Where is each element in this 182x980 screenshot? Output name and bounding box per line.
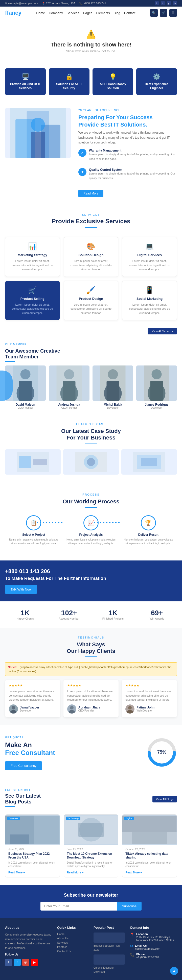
footer-link-services[interactable]: Services	[57, 941, 88, 944]
footer-link-contact[interactable]: Contact Us	[57, 950, 88, 953]
footer-grid: About us Completely synergize resource t…	[5, 926, 177, 976]
blog-post-3-category: Digital	[125, 816, 134, 820]
services-title: Provide Exclusive Services	[5, 218, 177, 225]
case-item-3[interactable]	[121, 449, 177, 475]
blog-post-1-read-more[interactable]: Read More +	[8, 871, 25, 874]
service-selling[interactable]: 🛒 Product Selling Lorem ipsum dolor sit …	[5, 281, 60, 321]
reviewer-3: Fatima John Web Designer	[125, 705, 173, 714]
hero-alert-section: ⚠️ There is nothing to show here! Slider…	[0, 19, 182, 63]
step-1-desc: Nemo enim ipsam voluptatem quia voluptas…	[5, 538, 62, 545]
team-member-2-role: CEO/Founder	[49, 406, 89, 409]
location-icon: 📍	[130, 932, 134, 942]
blog-post-2-read-more[interactable]: Read More +	[67, 871, 84, 874]
top-service-2[interactable]: 🔒 Solution For All IT Security	[49, 68, 89, 95]
blog-post-3[interactable]: Digital October 22, 2022 Tiktok Already …	[122, 814, 177, 877]
nav-pages[interactable]: Pages	[83, 11, 93, 15]
search-button[interactable]: 🔍	[150, 9, 158, 17]
process-underline	[85, 507, 97, 508]
linkedin-icon[interactable]: in	[173, 1, 177, 5]
footer-link-home[interactable]: Home	[57, 932, 88, 935]
footer-twitter-icon[interactable]: t	[14, 959, 21, 966]
security-icon: 🔒	[52, 73, 86, 80]
menu-button[interactable]: ☰	[169, 9, 177, 17]
footer-facebook-icon[interactable]: f	[5, 959, 12, 966]
service-product-design[interactable]: 🖌️ Product Design Lorem ipsum dolor sit …	[64, 281, 118, 321]
case-item-1[interactable]	[5, 449, 61, 475]
footer-follow-title: Follow Us	[5, 952, 52, 957]
footer-popular-post-1[interactable]: Business Strategy Plan 2022	[94, 932, 125, 952]
nav-company[interactable]: Company	[49, 11, 63, 15]
view-all-services-button[interactable]: View All Services	[148, 328, 177, 334]
engineer-icon: ⚙️	[139, 73, 174, 80]
nav-elements[interactable]: Elements	[96, 11, 110, 15]
case-item-2[interactable]	[63, 449, 119, 475]
error-strong: Notice:	[8, 665, 17, 668]
footer-contact-col: Contact Info 📍 Location 2307 Beverley Rd…	[130, 926, 177, 976]
process-step-3: 🏆 Deliver Result Nemo enim ipsam volupta…	[120, 515, 177, 545]
twitter-icon[interactable]: t	[161, 1, 165, 5]
footer-youtube-icon[interactable]: ▶	[31, 959, 38, 966]
newsletter-title: Subscribe our newsletter	[5, 892, 177, 898]
team-member-4-name: James Rodriguz	[136, 403, 177, 406]
service-digital[interactable]: 💻 Digital Services Lorem ipsum dolor sit…	[122, 237, 177, 277]
team-member-4: James Rodriguz Developer	[136, 366, 177, 409]
service-solution-design[interactable]: 🎨 Solution Design Lorem ipsum dolor sit …	[64, 237, 118, 277]
reviewer-2-role: CEO/Founder	[78, 709, 101, 712]
team-section: OUR MEMBER Our Awesome CreativeTeam Memb…	[0, 337, 182, 414]
testimonial-1-text: Lorem ipsum dolor sit amet there are con…	[9, 689, 57, 702]
service-product-title: Product Design	[68, 297, 115, 301]
blog-post-2-desc: Digital Transformation in a recent year …	[67, 861, 115, 868]
top-service-1[interactable]: 🖥️ Provide All kind Of IT Services	[5, 68, 46, 95]
footer-popular-post-2[interactable]: Chrome Extension Download	[94, 955, 125, 974]
blog-post-3-read-more[interactable]: Read More +	[125, 871, 142, 874]
svg-point-4	[31, 118, 45, 132]
blog-post-1-image: Business	[5, 815, 60, 845]
hero-alert-title: There is nothing to show here!	[5, 41, 177, 48]
blog-post-2[interactable]: Technology June 25, 2022 The Most 10 Chr…	[64, 814, 118, 877]
google-icon[interactable]: g	[167, 1, 171, 5]
svg-rect-52	[132, 832, 167, 844]
service-social-marketing[interactable]: 📱 Social Marketing Lorem ipsum dolor sit…	[122, 281, 177, 321]
top-service-4[interactable]: ⚙️ Best Experience Engineer	[136, 68, 177, 95]
cta-button[interactable]: Talk With Now	[5, 585, 37, 594]
nav-blog[interactable]: Blog	[114, 11, 120, 15]
cart-button[interactable]: 🛒	[160, 9, 167, 17]
service-marketing[interactable]: 📊 Marketing Strategy Lorem ipsum dolor s…	[5, 237, 60, 277]
svg-point-7	[21, 369, 30, 379]
warning-icon: ⚠️	[5, 29, 177, 39]
top-bar: ✉ example@example.com 📍 232, Admin Name,…	[0, 0, 182, 6]
top-service-3[interactable]: 💡 All IT Consultancy Solution	[93, 68, 133, 95]
footer-quicklinks-list: Home About Us Services Portfolio Contact…	[57, 932, 88, 953]
about-read-more-button[interactable]: Read More	[78, 190, 104, 197]
testimonial-2: ★★★★★ Lorem ipsum dolor sit amet there a…	[64, 680, 119, 718]
footer-contact-title: Contact Info	[130, 926, 177, 929]
footer-quicklinks-title: Quick Links	[57, 926, 88, 929]
team-title: Our Awesome CreativeTeam Member	[5, 348, 177, 360]
footer-about-col: About us Completely synergize resource t…	[5, 926, 52, 976]
selling-icon: 🛒	[9, 286, 56, 294]
team-member-3-photo	[93, 366, 133, 401]
consultant-button[interactable]: Free Consultancy	[5, 761, 42, 770]
top-service-2-title: Solution For All IT Security	[52, 82, 86, 90]
reviewer-2-avatar	[67, 705, 76, 714]
view-all-blogs-button[interactable]: View All Blogs	[152, 796, 177, 802]
newsletter-subscribe-button[interactable]: Subscribe	[117, 902, 142, 910]
blog-label: LATEST ARTICLE	[5, 789, 31, 792]
newsletter-email-input[interactable]	[40, 902, 117, 910]
svg-rect-17	[107, 381, 119, 401]
consultant-text: GET QUOTE Make An Free Consultant Free C…	[5, 735, 139, 770]
site-logo[interactable]: ffancy	[5, 10, 21, 16]
blog-post-1[interactable]: Business June 25, 2022 Business Strategy…	[5, 814, 60, 877]
nav-home[interactable]: Home	[36, 11, 45, 15]
scroll-top-button[interactable]: ▲	[170, 967, 178, 975]
facebook-icon[interactable]: f	[155, 1, 159, 5]
footer-link-portfolio[interactable]: Portfolio	[57, 945, 88, 948]
blog-post-3-desc: In 2022 Lorem ipsum dolor sit amet lorem…	[125, 861, 174, 868]
nav-services[interactable]: Services	[67, 11, 79, 15]
footer-about-title: About us	[5, 926, 52, 929]
nav-contact[interactable]: Contact	[124, 11, 136, 15]
footer-link-about[interactable]: About Us	[57, 937, 88, 940]
process-label: PROCESS	[82, 493, 100, 496]
footer-googleplus-icon[interactable]: g+	[22, 959, 29, 966]
error-notice: Notice: Trying to access array offset on…	[5, 662, 177, 676]
